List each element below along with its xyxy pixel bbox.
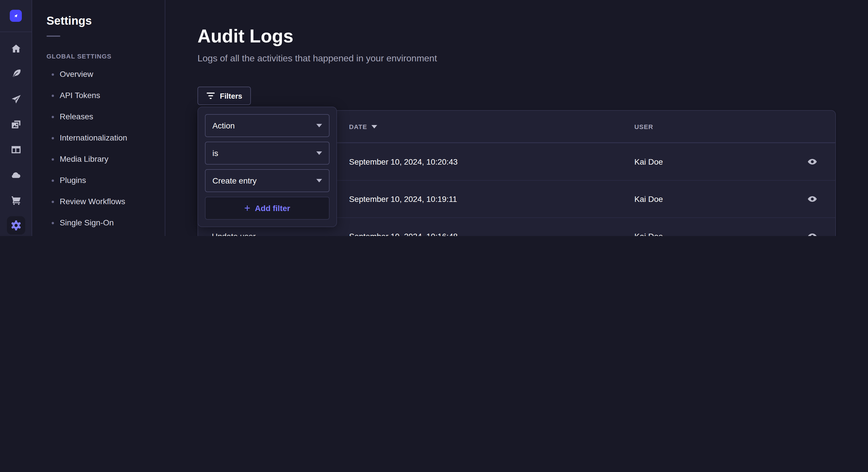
filters-button-label: Filters — [220, 92, 242, 100]
rail-item-home[interactable] — [0, 36, 32, 61]
cell-user: Kai Doe — [634, 232, 792, 236]
view-details-button[interactable] — [803, 153, 822, 171]
rail-item-settings[interactable] — [0, 213, 32, 236]
page-subtitle: Logs of all the activities that happened… — [165, 47, 868, 64]
strapi-admin-app: KD Settings GLOBAL SETTINGS Overview API… — [0, 0, 868, 236]
strapi-logo-glyph — [12, 12, 20, 20]
sidebar-item-media-library[interactable]: Media Library — [46, 148, 164, 170]
settings-subnav: Settings GLOBAL SETTINGS Overview API To… — [33, 0, 165, 236]
eye-icon — [807, 231, 818, 236]
add-filter-button[interactable]: + Add filter — [205, 197, 330, 220]
chevron-down-icon — [316, 179, 322, 182]
main-content: Audit Logs Logs of all the activities th… — [165, 0, 868, 236]
eye-icon — [807, 193, 818, 205]
bullet-icon — [52, 115, 54, 118]
rail-item-cloud[interactable] — [0, 162, 32, 188]
view-details-button[interactable] — [803, 227, 822, 236]
sidebar-item-single-sign-on[interactable]: Single Sign-On — [46, 212, 164, 233]
home-icon — [10, 43, 22, 55]
filter-icon — [206, 92, 215, 99]
rail-item-content-builder[interactable] — [0, 61, 32, 87]
rail-item-marketplace[interactable] — [0, 188, 32, 213]
cell-user: Kai Doe — [634, 157, 792, 166]
chevron-down-icon — [316, 124, 322, 127]
filter-field-value: Action — [212, 121, 235, 130]
cloud-icon — [10, 169, 22, 181]
sidebar-item-api-tokens[interactable]: API Tokens — [46, 85, 164, 106]
paper-plane-icon — [10, 94, 22, 105]
chevron-down-icon — [316, 151, 322, 155]
bullet-icon — [52, 137, 54, 139]
plus-icon: + — [244, 203, 250, 213]
section-global-settings: GLOBAL SETTINGS Overview API Tokens Rele… — [46, 47, 165, 236]
layout-icon — [10, 144, 22, 156]
eye-icon — [807, 156, 818, 167]
media-pictures-icon — [10, 119, 22, 130]
sidebar-item-internationalization[interactable]: Internationalization — [46, 127, 164, 148]
filter-value-select[interactable]: Create entry — [205, 169, 330, 192]
sidebar-item-plugins[interactable]: Plugins — [46, 170, 164, 191]
column-header-user: USER — [634, 123, 792, 130]
cell-date: September 10, 2024, 10:20:43 — [349, 157, 634, 166]
cell-user: Kai Doe — [634, 194, 792, 204]
settings-active-pill — [7, 216, 25, 235]
filter-field-select[interactable]: Action — [205, 114, 330, 137]
view-details-button[interactable] — [803, 190, 822, 208]
bullet-icon — [52, 200, 54, 203]
icon-rail: KD — [0, 0, 32, 236]
add-filter-label: Add filter — [255, 204, 290, 213]
bullet-icon — [52, 73, 54, 75]
sidebar-item-overview[interactable]: Overview — [46, 64, 164, 85]
section-label: GLOBAL SETTINGS — [46, 47, 165, 60]
bullet-icon — [52, 158, 54, 160]
filter-operator-select[interactable]: is — [205, 142, 330, 165]
subnav-title: Settings — [46, 0, 165, 28]
bullet-icon — [52, 222, 54, 224]
rail-nav — [0, 32, 32, 236]
cell-date: September 10, 2024, 10:16:48 — [349, 232, 634, 236]
bullet-icon — [52, 179, 54, 181]
page-title: Audit Logs — [165, 0, 868, 47]
rail-item-media-library[interactable] — [0, 112, 32, 137]
sidebar-item-transfer-tokens[interactable]: Transfer Tokens — [46, 233, 164, 236]
cell-date: September 10, 2024, 10:19:11 — [349, 194, 634, 204]
feather-icon — [10, 68, 22, 80]
filter-popover: Action is Create entry + Add filter — [197, 107, 337, 227]
column-header-date[interactable]: DATE — [349, 123, 634, 130]
filter-operator-value: is — [212, 148, 218, 158]
sidebar-item-releases[interactable]: Releases — [46, 106, 164, 127]
rail-item-content-manager[interactable] — [0, 137, 32, 162]
bullet-icon — [52, 94, 54, 97]
sort-desc-icon — [371, 125, 377, 128]
cart-icon — [10, 194, 22, 206]
gear-icon — [10, 220, 22, 231]
sidebar-item-review-workflows[interactable]: Review Workflows — [46, 191, 164, 212]
filters-button[interactable]: Filters — [197, 87, 251, 105]
cell-action: Update user — [212, 232, 349, 236]
subnav-divider — [46, 36, 60, 37]
logo-cell — [0, 0, 32, 32]
strapi-logo[interactable] — [10, 10, 22, 22]
filter-value-value: Create entry — [212, 176, 257, 185]
rail-item-deploy[interactable] — [0, 87, 32, 112]
